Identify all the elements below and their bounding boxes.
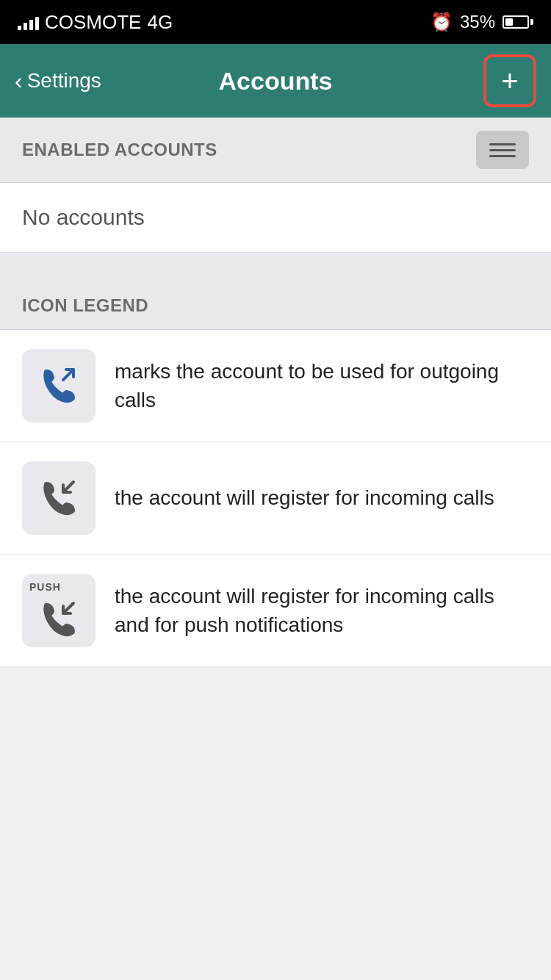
icon-legend-header: ICON LEGEND — [0, 282, 551, 330]
empty-background — [0, 667, 551, 961]
push-call-icon-box: PUSH — [22, 574, 96, 647]
icon-legend-list: marks the account to be used for outgoin… — [0, 330, 551, 667]
push-call-description: the account will register for incoming c… — [115, 582, 529, 639]
enabled-accounts-label: ENABLED ACCOUNTS — [22, 140, 217, 160]
enabled-accounts-header: ENABLED ACCOUNTS — [0, 118, 551, 183]
add-account-button[interactable]: + — [483, 54, 536, 107]
navigation-bar: ‹ Settings Accounts + — [0, 44, 551, 118]
section-spacer — [0, 253, 551, 282]
icon-legend-label: ICON LEGEND — [22, 295, 148, 315]
incoming-call-description: the account will register for incoming c… — [115, 483, 494, 512]
hamburger-line-2 — [489, 149, 516, 151]
plus-icon: + — [501, 66, 518, 96]
outgoing-call-icon — [37, 364, 81, 408]
push-text-label: PUSH — [29, 581, 61, 593]
outgoing-call-description: marks the account to be used for outgoin… — [115, 357, 529, 414]
no-accounts-text: No accounts — [22, 205, 145, 229]
carrier-label: COSMOTE — [45, 11, 141, 34]
incoming-call-icon-box — [22, 461, 96, 535]
status-bar-right: ⏰ 35% — [431, 12, 533, 32]
back-label: Settings — [27, 69, 101, 93]
hamburger-line-3 — [489, 155, 516, 157]
no-accounts-section: No accounts — [0, 183, 551, 253]
status-bar: COSMOTE 4G ⏰ 35% — [0, 0, 551, 44]
page-title: Accounts — [219, 67, 333, 96]
back-arrow-icon: ‹ — [15, 68, 23, 95]
svg-line-1 — [63, 482, 73, 492]
svg-line-0 — [63, 370, 73, 380]
incoming-call-icon — [37, 476, 81, 520]
outgoing-call-icon-box — [22, 349, 96, 422]
status-bar-left: COSMOTE 4G — [18, 11, 173, 34]
battery-percent-label: 35% — [460, 12, 495, 32]
hamburger-line-1 — [489, 143, 516, 145]
list-item: marks the account to be used for outgoin… — [0, 330, 551, 442]
back-button[interactable]: ‹ Settings — [15, 68, 101, 95]
alarm-icon: ⏰ — [431, 12, 453, 32]
list-item: PUSH the account will register for incom… — [0, 555, 551, 667]
battery-icon — [503, 15, 533, 29]
svg-line-2 — [63, 603, 73, 613]
push-call-icon — [37, 594, 81, 638]
signal-bars-icon — [18, 14, 39, 30]
network-type-label: 4G — [147, 11, 173, 34]
list-item: the account will register for incoming c… — [0, 442, 551, 555]
list-view-button[interactable] — [476, 131, 529, 169]
